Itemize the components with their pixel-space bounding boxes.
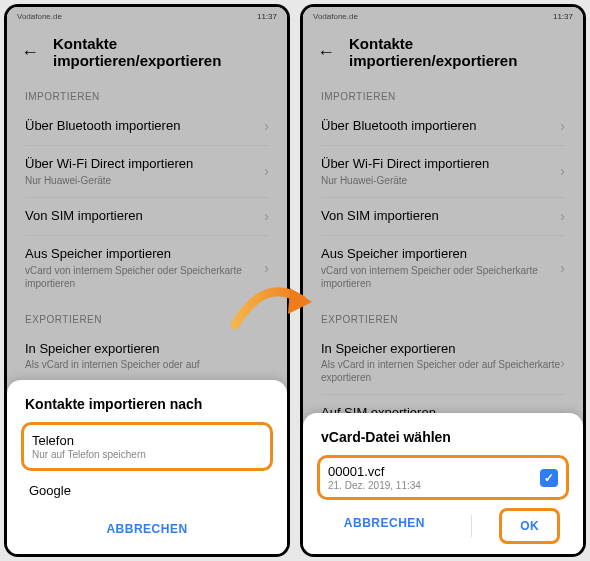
sheet-button-row: ABBRECHEN — [21, 514, 273, 544]
row-storage-import[interactable]: Aus Speicher importieren vCard von inter… — [303, 236, 583, 300]
row-sub: Als vCard in internen Speicher oder auf … — [321, 358, 560, 384]
file-name: 00001.vcf — [328, 464, 421, 479]
row-title: Aus Speicher importieren — [25, 246, 264, 263]
sheet-title: vCard-Datei wählen — [317, 427, 569, 455]
row-title: Über Wi-Fi Direct importieren — [321, 156, 560, 173]
row-wifi-import[interactable]: Über Wi-Fi Direct importieren Nur Huawei… — [7, 146, 287, 197]
row-title: Aus Speicher importieren — [321, 246, 560, 263]
section-export-header: EXPORTIEREN — [7, 300, 287, 331]
row-sub: vCard von internem Speicher oder Speiche… — [321, 264, 560, 290]
row-title: Über Wi-Fi Direct importieren — [25, 156, 264, 173]
row-sim-import[interactable]: Von SIM importieren › — [303, 198, 583, 235]
section-export-header: EXPORTIEREN — [303, 300, 583, 331]
back-icon[interactable]: ← — [21, 43, 39, 61]
file-row-vcf[interactable]: 00001.vcf 21. Dez. 2019, 11:34 ✓ — [317, 455, 569, 500]
carrier-label: Vodafone.de — [17, 12, 62, 21]
row-wifi-import[interactable]: Über Wi-Fi Direct importieren Nur Huawei… — [303, 146, 583, 197]
carrier-label: Vodafone.de — [313, 12, 358, 21]
row-sim-import[interactable]: Von SIM importieren › — [7, 198, 287, 235]
chevron-right-icon: › — [264, 163, 269, 179]
sheet-option-phone[interactable]: Telefon Nur auf Telefon speichern — [21, 422, 273, 471]
row-sub: Als vCard in internen Speicher oder auf — [25, 358, 269, 371]
bottom-sheet-import-target: Kontakte importieren nach Telefon Nur au… — [7, 380, 287, 554]
chevron-right-icon: › — [560, 118, 565, 134]
sheet-option-google[interactable]: Google — [21, 475, 273, 506]
cancel-button[interactable]: ABBRECHEN — [326, 508, 443, 544]
row-title: In Speicher exportieren — [321, 341, 560, 358]
sheet-title: Kontakte importieren nach — [21, 394, 273, 422]
chevron-right-icon: › — [560, 260, 565, 276]
statusbar: Vodafone.de 11:37 — [7, 7, 287, 25]
row-sub: Nur Huawei-Geräte — [25, 174, 264, 187]
chevron-right-icon: › — [264, 260, 269, 276]
sheet-button-row: ABBRECHEN OK — [317, 508, 569, 544]
option-sub: Nur auf Telefon speichern — [32, 449, 262, 460]
cancel-button[interactable]: ABBRECHEN — [88, 514, 205, 544]
back-icon[interactable]: ← — [317, 43, 335, 61]
bottom-sheet-vcard-picker: vCard-Datei wählen 00001.vcf 21. Dez. 20… — [303, 413, 583, 554]
row-bluetooth-import[interactable]: Über Bluetooth importieren › — [303, 108, 583, 145]
row-title: Über Bluetooth importieren — [25, 118, 264, 135]
row-title: Über Bluetooth importieren — [321, 118, 560, 135]
row-title: Von SIM importieren — [25, 208, 264, 225]
section-import-header: IMPORTIEREN — [303, 77, 583, 108]
screen-right: Vodafone.de 11:37 ← Kontakte importieren… — [303, 7, 583, 554]
chevron-right-icon: › — [560, 163, 565, 179]
row-storage-export[interactable]: In Speicher exportieren Als vCard in int… — [7, 331, 287, 382]
divider — [471, 515, 472, 537]
row-title: Von SIM importieren — [321, 208, 560, 225]
statusbar: Vodafone.de 11:37 — [303, 7, 583, 25]
chevron-right-icon: › — [560, 355, 565, 371]
row-title: In Speicher exportieren — [25, 341, 269, 358]
page-title: Kontakte importieren/exportieren — [53, 35, 273, 69]
phone-right: Vodafone.de 11:37 ← Kontakte importieren… — [300, 4, 586, 557]
appbar: ← Kontakte importieren/exportieren — [303, 25, 583, 77]
appbar: ← Kontakte importieren/exportieren — [7, 25, 287, 77]
file-date: 21. Dez. 2019, 11:34 — [328, 480, 421, 491]
row-sub: Nur Huawei-Geräte — [321, 174, 560, 187]
chevron-right-icon: › — [264, 118, 269, 134]
row-bluetooth-import[interactable]: Über Bluetooth importieren › — [7, 108, 287, 145]
option-title: Google — [29, 483, 265, 498]
chevron-right-icon: › — [264, 208, 269, 224]
row-sub: vCard von internem Speicher oder Speiche… — [25, 264, 264, 290]
checkbox-checked-icon[interactable]: ✓ — [540, 469, 558, 487]
row-storage-export[interactable]: In Speicher exportieren Als vCard in int… — [303, 331, 583, 395]
screen-left: Vodafone.de 11:37 ← Kontakte importieren… — [7, 7, 287, 554]
ok-button[interactable]: OK — [499, 508, 560, 544]
row-storage-import[interactable]: Aus Speicher importieren vCard von inter… — [7, 236, 287, 300]
section-import-header: IMPORTIEREN — [7, 77, 287, 108]
option-title: Telefon — [32, 433, 262, 448]
page-title: Kontakte importieren/exportieren — [349, 35, 569, 69]
phone-left: Vodafone.de 11:37 ← Kontakte importieren… — [4, 4, 290, 557]
chevron-right-icon: › — [560, 208, 565, 224]
status-time: 11:37 — [553, 12, 573, 21]
status-time: 11:37 — [257, 12, 277, 21]
